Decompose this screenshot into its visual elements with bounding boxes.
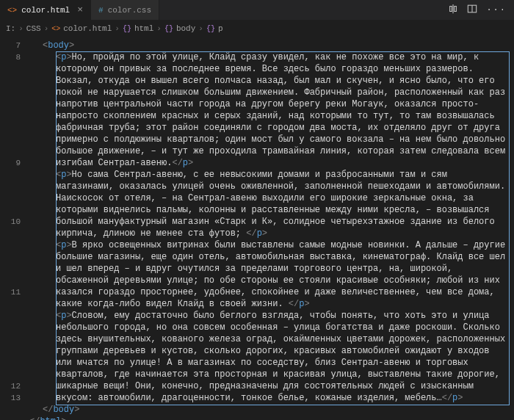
- chevron-right-icon: ›: [18, 24, 23, 33]
- html-file-icon: <>: [51, 25, 60, 33]
- code-line: <body>: [29, 40, 514, 51]
- tab-color-css[interactable]: # color.css: [91, 0, 159, 20]
- tab-label: color.html: [21, 6, 70, 15]
- breadcrumbs: I: › CSS › <> color.html › {} html › {} …: [0, 21, 514, 37]
- breadcrumb-label: CSS: [26, 24, 41, 33]
- breadcrumb-symbol-body[interactable]: {} body: [164, 24, 195, 33]
- code-line: <p>В ярко освещенных витринах были выста…: [29, 239, 514, 310]
- compare-icon[interactable]: [448, 4, 458, 17]
- more-actions-icon[interactable]: ···: [486, 5, 507, 15]
- code-line: </html>: [29, 416, 514, 420]
- code-line: <p>Словом, ему достаточно было беглого в…: [29, 310, 514, 404]
- code-content[interactable]: <body> <p>Но, пройдя по этой улице, Клай…: [29, 37, 514, 420]
- breadcrumb-label: html: [134, 24, 153, 33]
- chevron-right-icon: ›: [44, 24, 49, 33]
- breadcrumb-symbol-p[interactable]: {} p: [206, 24, 223, 33]
- close-icon[interactable]: ×: [77, 4, 83, 15]
- breadcrumb-file[interactable]: <> color.html: [51, 24, 112, 33]
- html-file-icon: <>: [7, 6, 17, 15]
- breadcrumb-symbol-html[interactable]: {} html: [123, 24, 153, 33]
- breadcrumb-label: body: [176, 24, 195, 33]
- tab-color-html[interactable]: <> color.html ×: [0, 0, 91, 20]
- breadcrumb-label: I:: [6, 24, 15, 33]
- breadcrumb-label: p: [218, 24, 223, 33]
- line-number-gutter: 78910111213: [0, 37, 29, 420]
- code-line: <p>Но, пройдя по этой улице, Клайд сразу…: [29, 51, 514, 169]
- symbol-icon: {}: [164, 25, 173, 33]
- breadcrumb-label: color.html: [63, 24, 112, 33]
- breadcrumb-folder[interactable]: CSS: [26, 24, 41, 33]
- code-line: </body>: [29, 404, 514, 416]
- tab-bar-actions: ···: [441, 0, 514, 20]
- symbol-icon: {}: [206, 25, 215, 33]
- symbol-icon: {}: [123, 25, 131, 33]
- editor-area[interactable]: 78910111213 <body> <p>Но, пройдя по этой…: [0, 37, 514, 420]
- tab-bar: <> color.html × # color.css ···: [0, 0, 514, 21]
- tab-label: color.css: [108, 6, 151, 15]
- chevron-right-icon: ›: [115, 24, 120, 33]
- code-line: <p>Но сама Сентрал-авеню, с ее невысоким…: [29, 169, 514, 239]
- chevron-right-icon: ›: [198, 24, 203, 33]
- chevron-right-icon: ›: [156, 24, 162, 33]
- css-file-icon: #: [98, 6, 104, 15]
- split-editor-icon[interactable]: [467, 4, 477, 17]
- breadcrumb-drive[interactable]: I:: [6, 24, 15, 33]
